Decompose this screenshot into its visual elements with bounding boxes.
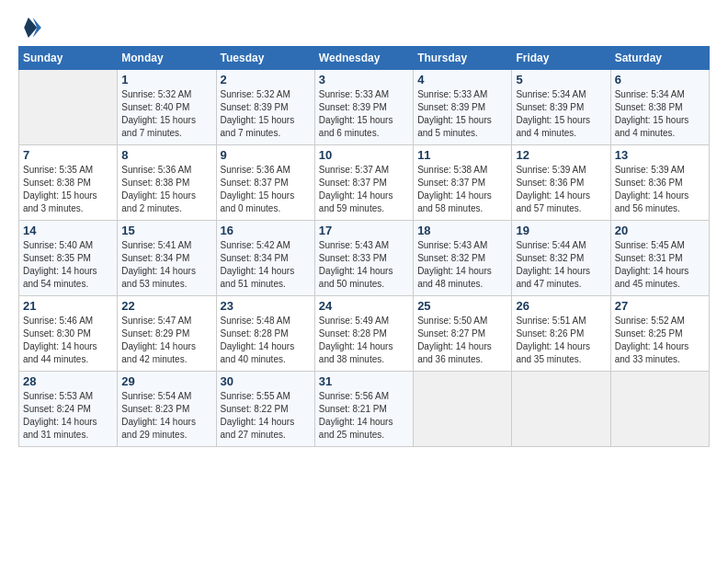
table-row: 17Sunrise: 5:43 AM Sunset: 8:33 PM Dayli…	[314, 221, 413, 296]
table-row: 13Sunrise: 5:39 AM Sunset: 8:36 PM Dayli…	[610, 145, 709, 221]
calendar-week-row: 1Sunrise: 5:32 AM Sunset: 8:40 PM Daylig…	[19, 70, 710, 145]
day-info: Sunrise: 5:33 AM Sunset: 8:39 PM Dayligh…	[319, 88, 409, 140]
day-number: 29	[121, 374, 211, 388]
day-info: Sunrise: 5:48 AM Sunset: 8:28 PM Dayligh…	[221, 315, 311, 366]
day-info: Sunrise: 5:38 AM Sunset: 8:37 PM Dayligh…	[417, 164, 507, 215]
day-number: 20	[615, 224, 705, 237]
table-row: 9Sunrise: 5:36 AM Sunset: 8:37 PM Daylig…	[216, 145, 314, 221]
day-info: Sunrise: 5:47 AM Sunset: 8:29 PM Dayligh…	[121, 315, 211, 366]
day-number: 23	[221, 299, 311, 313]
day-number: 2	[221, 73, 311, 86]
day-info: Sunrise: 5:42 AM Sunset: 8:34 PM Dayligh…	[221, 239, 311, 291]
table-row: 1Sunrise: 5:32 AM Sunset: 8:40 PM Daylig…	[118, 70, 216, 145]
table-row: 7Sunrise: 5:35 AM Sunset: 8:38 PM Daylig…	[19, 145, 118, 221]
day-number: 15	[121, 224, 211, 237]
calendar-week-row: 7Sunrise: 5:35 AM Sunset: 8:38 PM Daylig…	[19, 145, 710, 221]
calendar-week-row: 21Sunrise: 5:46 AM Sunset: 8:30 PM Dayli…	[19, 296, 710, 372]
day-number: 7	[23, 148, 113, 162]
table-row: 10Sunrise: 5:37 AM Sunset: 8:37 PM Dayli…	[314, 145, 413, 221]
table-row: 18Sunrise: 5:43 AM Sunset: 8:32 PM Dayli…	[414, 221, 512, 296]
day-number: 12	[516, 148, 606, 162]
day-number: 3	[319, 73, 409, 86]
table-row	[19, 70, 118, 145]
day-number: 30	[221, 374, 311, 388]
col-tuesday: Tuesday	[216, 47, 314, 70]
day-info: Sunrise: 5:44 AM Sunset: 8:32 PM Dayligh…	[516, 239, 606, 291]
table-row: 28Sunrise: 5:53 AM Sunset: 8:24 PM Dayli…	[19, 372, 118, 447]
day-number: 17	[319, 224, 409, 237]
page-container: Sunday Monday Tuesday Wednesday Thursday…	[0, 0, 728, 456]
calendar-header-row: Sunday Monday Tuesday Wednesday Thursday…	[19, 47, 710, 70]
day-info: Sunrise: 5:49 AM Sunset: 8:28 PM Dayligh…	[319, 315, 409, 366]
page-header	[18, 15, 710, 40]
table-row: 8Sunrise: 5:36 AM Sunset: 8:38 PM Daylig…	[118, 145, 216, 221]
table-row: 12Sunrise: 5:39 AM Sunset: 8:36 PM Dayli…	[512, 145, 610, 221]
day-info: Sunrise: 5:51 AM Sunset: 8:26 PM Dayligh…	[516, 315, 606, 366]
day-number: 5	[516, 73, 606, 86]
col-saturday: Saturday	[610, 47, 709, 70]
table-row: 4Sunrise: 5:33 AM Sunset: 8:39 PM Daylig…	[414, 70, 512, 145]
day-info: Sunrise: 5:50 AM Sunset: 8:27 PM Dayligh…	[417, 315, 507, 366]
day-info: Sunrise: 5:34 AM Sunset: 8:38 PM Dayligh…	[615, 88, 705, 140]
table-row: 27Sunrise: 5:52 AM Sunset: 8:25 PM Dayli…	[610, 296, 709, 372]
logo-icon	[18, 15, 44, 40]
col-monday: Monday	[118, 47, 216, 70]
col-friday: Friday	[512, 47, 610, 70]
day-number: 9	[221, 148, 311, 162]
day-info: Sunrise: 5:43 AM Sunset: 8:32 PM Dayligh…	[417, 239, 507, 291]
day-info: Sunrise: 5:41 AM Sunset: 8:34 PM Dayligh…	[121, 239, 211, 291]
day-info: Sunrise: 5:40 AM Sunset: 8:35 PM Dayligh…	[23, 239, 113, 291]
day-info: Sunrise: 5:39 AM Sunset: 8:36 PM Dayligh…	[615, 164, 705, 215]
day-number: 6	[615, 73, 705, 86]
table-row: 26Sunrise: 5:51 AM Sunset: 8:26 PM Dayli…	[512, 296, 610, 372]
day-number: 24	[319, 299, 409, 313]
col-sunday: Sunday	[19, 47, 118, 70]
table-row: 3Sunrise: 5:33 AM Sunset: 8:39 PM Daylig…	[314, 70, 413, 145]
table-row: 5Sunrise: 5:34 AM Sunset: 8:39 PM Daylig…	[512, 70, 610, 145]
table-row: 30Sunrise: 5:55 AM Sunset: 8:22 PM Dayli…	[216, 372, 314, 447]
day-info: Sunrise: 5:45 AM Sunset: 8:31 PM Dayligh…	[615, 239, 705, 291]
table-row	[512, 372, 610, 447]
day-number: 14	[23, 224, 113, 237]
day-info: Sunrise: 5:36 AM Sunset: 8:38 PM Dayligh…	[121, 164, 211, 215]
day-info: Sunrise: 5:33 AM Sunset: 8:39 PM Dayligh…	[417, 88, 507, 140]
day-number: 31	[319, 374, 409, 388]
table-row: 15Sunrise: 5:41 AM Sunset: 8:34 PM Dayli…	[118, 221, 216, 296]
day-info: Sunrise: 5:35 AM Sunset: 8:38 PM Dayligh…	[23, 164, 113, 215]
table-row: 14Sunrise: 5:40 AM Sunset: 8:35 PM Dayli…	[19, 221, 118, 296]
day-info: Sunrise: 5:43 AM Sunset: 8:33 PM Dayligh…	[319, 239, 409, 291]
table-row: 20Sunrise: 5:45 AM Sunset: 8:31 PM Dayli…	[610, 221, 709, 296]
day-info: Sunrise: 5:52 AM Sunset: 8:25 PM Dayligh…	[615, 315, 705, 366]
logo	[18, 15, 46, 40]
table-row: 2Sunrise: 5:32 AM Sunset: 8:39 PM Daylig…	[216, 70, 314, 145]
calendar-table: Sunday Monday Tuesday Wednesday Thursday…	[18, 46, 710, 447]
day-info: Sunrise: 5:32 AM Sunset: 8:40 PM Dayligh…	[121, 88, 211, 140]
day-info: Sunrise: 5:36 AM Sunset: 8:37 PM Dayligh…	[221, 164, 311, 215]
day-number: 26	[516, 299, 606, 313]
table-row: 29Sunrise: 5:54 AM Sunset: 8:23 PM Dayli…	[118, 372, 216, 447]
table-row: 23Sunrise: 5:48 AM Sunset: 8:28 PM Dayli…	[216, 296, 314, 372]
day-number: 8	[121, 148, 211, 162]
table-row: 19Sunrise: 5:44 AM Sunset: 8:32 PM Dayli…	[512, 221, 610, 296]
day-info: Sunrise: 5:54 AM Sunset: 8:23 PM Dayligh…	[121, 390, 211, 442]
day-number: 25	[417, 299, 507, 313]
col-wednesday: Wednesday	[314, 47, 413, 70]
day-number: 11	[417, 148, 507, 162]
day-number: 19	[516, 224, 606, 237]
day-number: 28	[23, 374, 113, 388]
table-row: 24Sunrise: 5:49 AM Sunset: 8:28 PM Dayli…	[314, 296, 413, 372]
day-info: Sunrise: 5:39 AM Sunset: 8:36 PM Dayligh…	[516, 164, 606, 215]
day-info: Sunrise: 5:55 AM Sunset: 8:22 PM Dayligh…	[221, 390, 311, 442]
day-number: 18	[417, 224, 507, 237]
day-number: 13	[615, 148, 705, 162]
table-row: 11Sunrise: 5:38 AM Sunset: 8:37 PM Dayli…	[414, 145, 512, 221]
table-row: 22Sunrise: 5:47 AM Sunset: 8:29 PM Dayli…	[118, 296, 216, 372]
table-row: 6Sunrise: 5:34 AM Sunset: 8:38 PM Daylig…	[610, 70, 709, 145]
day-info: Sunrise: 5:46 AM Sunset: 8:30 PM Dayligh…	[23, 315, 113, 366]
day-info: Sunrise: 5:37 AM Sunset: 8:37 PM Dayligh…	[319, 164, 409, 215]
day-number: 21	[23, 299, 113, 313]
day-number: 4	[417, 73, 507, 86]
table-row: 25Sunrise: 5:50 AM Sunset: 8:27 PM Dayli…	[414, 296, 512, 372]
day-number: 16	[221, 224, 311, 237]
calendar-week-row: 28Sunrise: 5:53 AM Sunset: 8:24 PM Dayli…	[19, 372, 710, 447]
